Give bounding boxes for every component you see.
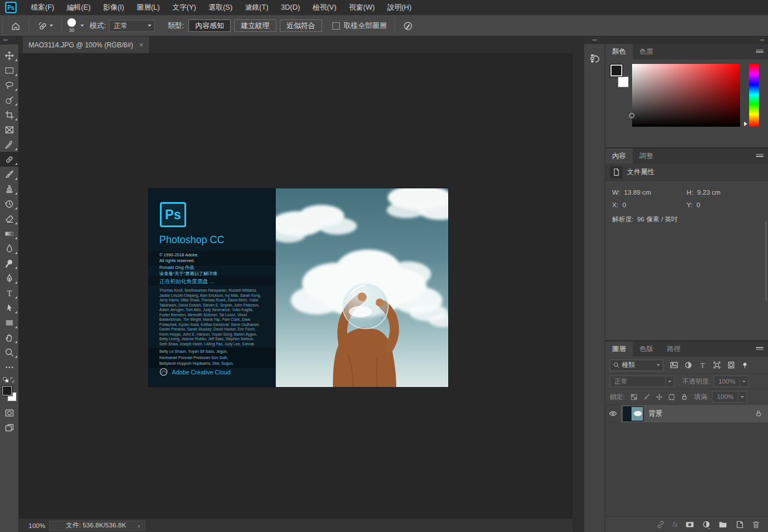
- file-info-box[interactable]: 文件: 536.8K/536.8K ›: [49, 521, 145, 531]
- lock-all-icon[interactable]: [681, 393, 688, 401]
- document-tab[interactable]: MAO3114.JPG @ 100% (RGB/8#) ×: [23, 37, 149, 53]
- history-brush-tool[interactable]: [0, 196, 19, 211]
- options-bar-grip[interactable]: [0, 15, 4, 36]
- tab-adjustments[interactable]: 調整: [633, 148, 660, 164]
- menu-item-type[interactable]: 文字(Y): [166, 0, 203, 15]
- filter-pixel-layers-icon[interactable]: [670, 361, 678, 369]
- menu-item-window[interactable]: 視窗(W): [343, 0, 381, 15]
- filter-shape-layers-icon[interactable]: [713, 361, 721, 369]
- new-adjustment-layer-icon[interactable]: [702, 520, 711, 529]
- crop-tool[interactable]: [0, 107, 19, 122]
- move-tool[interactable]: [0, 48, 19, 63]
- eraser-tool[interactable]: [0, 211, 19, 226]
- foreground-color-swatch[interactable]: [2, 386, 12, 396]
- lock-transparency-icon[interactable]: [630, 393, 638, 401]
- home-button[interactable]: [6, 17, 25, 34]
- saturation-brightness-field[interactable]: [632, 64, 740, 127]
- rectangular-marquee-tool[interactable]: [0, 63, 19, 78]
- rectangle-tool[interactable]: [0, 315, 19, 330]
- collapsed-panels-expand[interactable]: ««: [584, 37, 605, 44]
- layer-lock-icon[interactable]: [755, 410, 762, 417]
- eyedropper-tool[interactable]: [0, 137, 19, 152]
- brush-tool[interactable]: [0, 167, 19, 182]
- blend-mode-select[interactable]: 正常: [610, 376, 674, 387]
- pressure-size-button[interactable]: [399, 17, 417, 34]
- canvas-area[interactable]: Ps Photoshop CC © 1990-2018 Adobe. All r…: [19, 53, 573, 518]
- layer-thumbnail[interactable]: [623, 406, 644, 421]
- hand-tool[interactable]: [0, 330, 19, 345]
- menu-item-image[interactable]: 影像(I): [97, 0, 131, 15]
- quick-selection-tool[interactable]: [0, 92, 19, 107]
- brush-preset-picker[interactable]: 30: [65, 18, 78, 33]
- background-color-swatch[interactable]: [618, 76, 629, 87]
- dodge-tool[interactable]: [0, 256, 19, 271]
- layer-visibility-toggle[interactable]: [605, 405, 621, 422]
- menu-item-file[interactable]: 檔案(F): [25, 0, 61, 15]
- menu-item-edit[interactable]: 編輯(E): [61, 0, 97, 15]
- menu-item-select[interactable]: 選取(S): [202, 0, 239, 15]
- clone-stamp-tool[interactable]: [0, 182, 19, 196]
- menu-item-3d[interactable]: 3D(D): [275, 0, 306, 15]
- type-tool[interactable]: T: [0, 285, 19, 300]
- swap-colors-icon[interactable]: [9, 377, 15, 383]
- tab-channels[interactable]: 色版: [633, 341, 660, 357]
- filter-type-layers-icon[interactable]: T: [698, 361, 707, 369]
- tab-layers[interactable]: 圖層: [605, 341, 633, 357]
- tools-panel-expand[interactable]: »»: [0, 37, 18, 45]
- panel-menu-icon[interactable]: [756, 50, 763, 54]
- opacity-field[interactable]: 100%: [714, 376, 748, 387]
- spot-healing-brush-tool[interactable]: [0, 152, 19, 167]
- lock-artboard-icon[interactable]: [668, 393, 675, 401]
- tool-preset-button[interactable]: [33, 17, 58, 34]
- lock-position-icon[interactable]: [656, 393, 663, 401]
- mode-select[interactable]: 正常: [109, 20, 155, 32]
- close-icon[interactable]: ×: [139, 41, 143, 49]
- fill-field[interactable]: 100%: [712, 391, 746, 402]
- panel-menu-icon[interactable]: [756, 154, 763, 158]
- type-button[interactable]: 近似符合: [280, 19, 322, 32]
- add-layer-mask-icon[interactable]: [685, 520, 694, 529]
- menu-item-filter[interactable]: 濾鏡(T): [239, 0, 275, 15]
- filter-toggle-icon[interactable]: [741, 361, 749, 369]
- sample-all-layers-checkbox[interactable]: [332, 22, 340, 30]
- type-button[interactable]: 建立紋理: [234, 19, 276, 32]
- lock-image-icon[interactable]: [643, 393, 650, 401]
- type-button[interactable]: 內容感知: [188, 19, 231, 32]
- history-panel-button[interactable]: [584, 49, 606, 68]
- color-picker-marker[interactable]: [629, 113, 634, 118]
- hue-slider-arrow[interactable]: [744, 122, 747, 126]
- tab-swatches[interactable]: 色票: [633, 44, 660, 59]
- lasso-tool[interactable]: [0, 78, 19, 92]
- layer-row[interactable]: 背景: [605, 405, 768, 422]
- new-group-icon[interactable]: [718, 520, 727, 529]
- menu-item-help[interactable]: 說明(H): [381, 0, 417, 15]
- tab-properties[interactable]: 內容: [605, 148, 633, 164]
- gradient-tool[interactable]: [0, 226, 19, 241]
- hue-slider[interactable]: [749, 64, 759, 127]
- zoom-level-field[interactable]: 100%: [29, 522, 49, 529]
- status-expand-icon[interactable]: ›: [138, 522, 140, 529]
- filter-smart-objects-icon[interactable]: [727, 361, 735, 369]
- layer-filter-select[interactable]: 種類: [610, 360, 664, 371]
- layer-style-icon[interactable]: fx: [673, 521, 678, 529]
- screen-mode-button[interactable]: [0, 420, 19, 435]
- panel-menu-icon[interactable]: [756, 347, 763, 351]
- layer-row-selected[interactable]: 背景: [621, 405, 768, 422]
- menu-item-view[interactable]: 檢視(V): [306, 0, 343, 15]
- quick-mask-mode-button[interactable]: [0, 405, 19, 420]
- tab-color[interactable]: 顏色: [605, 44, 633, 59]
- edit-toolbar[interactable]: [0, 360, 19, 374]
- foreground-color-swatch[interactable]: [610, 65, 622, 76]
- filter-adjustment-layers-icon[interactable]: [684, 361, 693, 369]
- new-layer-icon[interactable]: [735, 520, 744, 529]
- scrollbar[interactable]: [765, 221, 767, 301]
- dock-collapse[interactable]: »»: [605, 37, 768, 44]
- zoom-tool[interactable]: [0, 345, 19, 360]
- frame-tool[interactable]: [0, 122, 19, 137]
- path-selection-tool[interactable]: [0, 300, 19, 315]
- delete-layer-icon[interactable]: [751, 520, 761, 529]
- default-colors-icon[interactable]: [3, 377, 9, 383]
- tab-paths[interactable]: 路徑: [660, 341, 687, 357]
- blur-tool[interactable]: [0, 241, 19, 256]
- menu-item-layer[interactable]: 圖層(L): [130, 0, 166, 15]
